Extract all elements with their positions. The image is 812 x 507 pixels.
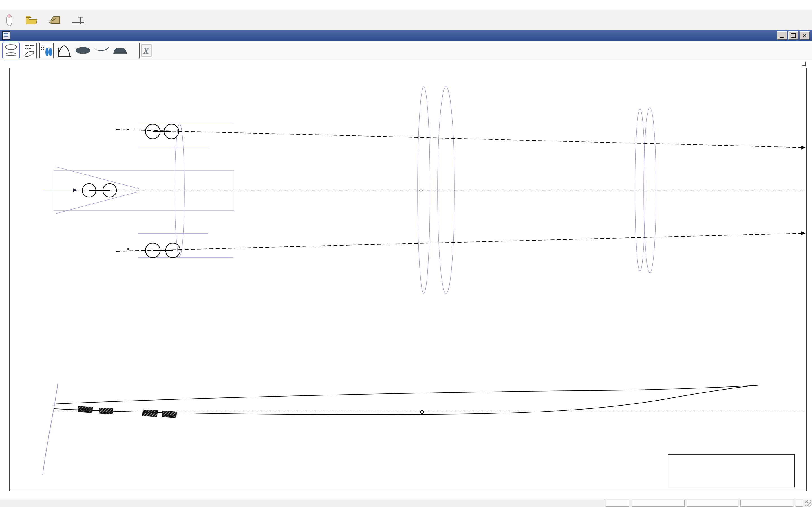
plan-frame bbox=[9, 68, 807, 491]
status-x bbox=[631, 500, 684, 507]
save-board-icon[interactable] bbox=[48, 14, 61, 26]
toolbar-file-icons bbox=[3, 13, 85, 27]
close-button[interactable]: ✕ bbox=[800, 31, 810, 40]
board-info-box bbox=[668, 454, 795, 487]
dims-sheet-icon[interactable] bbox=[22, 43, 37, 58]
menu-bar bbox=[0, 0, 812, 10]
section-solid-icon[interactable] bbox=[112, 42, 128, 59]
open-folder-icon[interactable] bbox=[25, 14, 38, 26]
document-titlebar[interactable]: ✕ bbox=[0, 30, 812, 41]
profile-curve-icon[interactable] bbox=[56, 42, 72, 59]
maximize-button[interactable] bbox=[788, 31, 799, 40]
view-toolbar: X bbox=[0, 41, 812, 60]
status-unit bbox=[606, 500, 629, 507]
main-toolbar bbox=[0, 10, 812, 30]
date-toggle[interactable] bbox=[802, 62, 806, 66]
status-empty-cell bbox=[796, 500, 803, 507]
status-z bbox=[741, 500, 794, 507]
minimize-button[interactable] bbox=[777, 31, 787, 40]
fins-sheet-icon[interactable] bbox=[40, 43, 54, 58]
status-y bbox=[687, 500, 738, 507]
resize-grip[interactable] bbox=[805, 500, 811, 506]
excel-export-icon[interactable]: X bbox=[139, 43, 153, 58]
new-board-icon[interactable] bbox=[3, 13, 15, 27]
status-bar bbox=[0, 499, 812, 507]
rocker-solid-icon[interactable] bbox=[94, 42, 109, 59]
outline-view-icon[interactable] bbox=[2, 42, 20, 59]
full-scale-icon[interactable] bbox=[71, 14, 85, 26]
s3dx-file-icon bbox=[2, 31, 10, 40]
plan-solid-icon[interactable] bbox=[75, 42, 91, 59]
svg-text:X: X bbox=[143, 46, 149, 55]
